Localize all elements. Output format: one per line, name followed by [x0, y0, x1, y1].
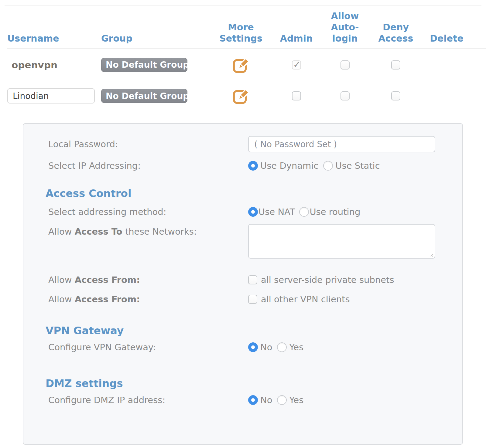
autologin-cell — [321, 60, 368, 70]
access-from-clients-row: Allow Access From: all other VPN clients — [48, 294, 435, 305]
access-from-label: Allow Access From: — [48, 275, 248, 285]
resize-handle-icon[interactable] — [429, 252, 434, 257]
local-password-input[interactable] — [248, 136, 435, 152]
deny-cell — [368, 60, 423, 70]
use-dynamic-radio[interactable] — [248, 161, 258, 171]
vpn-gateway-yes-label: Yes — [289, 342, 303, 352]
dmz-yes-radio[interactable] — [277, 395, 287, 405]
access-control-heading: Access Control — [46, 186, 435, 200]
header-username: Username — [7, 33, 101, 48]
group-cell: No Default Group — [101, 58, 210, 72]
username-cell — [7, 88, 101, 104]
use-routing-radio[interactable] — [299, 207, 309, 217]
dmz-no-radio[interactable] — [248, 395, 258, 405]
admin-cell — [271, 60, 321, 70]
autologin-checkbox[interactable] — [341, 60, 350, 70]
edit-settings-button[interactable] — [231, 56, 250, 74]
access-from-clients-option: all other VPN clients — [261, 294, 350, 304]
use-nat-radio[interactable] — [248, 207, 258, 217]
table-row: No Default Group — [7, 81, 486, 110]
new-username-input[interactable] — [7, 88, 95, 104]
configure-vpn-gateway-label: Configure VPN Gateway: — [48, 342, 248, 352]
edit-pencil-icon — [231, 87, 250, 105]
admin-checkbox — [292, 60, 301, 70]
access-from-subnets-option: all server-side private subnets — [261, 275, 394, 285]
header-more-settings: More Settings — [210, 22, 271, 48]
access-from-subnets-checkbox[interactable] — [248, 275, 257, 284]
deny-cell — [368, 91, 423, 100]
access-from-subnets-row: Allow Access From: all server-side priva… — [48, 274, 435, 285]
username-label: openvpn — [7, 59, 57, 70]
group-select-value: No Default Group — [106, 91, 189, 101]
users-table: Username Group More Settings Admin Allow… — [0, 5, 486, 110]
table-header-row: Username Group More Settings Admin Allow… — [7, 5, 486, 49]
edit-pencil-icon — [231, 56, 250, 74]
admin-cell — [271, 91, 321, 100]
access-from-clients-checkbox[interactable] — [248, 295, 257, 304]
configure-dmz-label: Configure DMZ IP address: — [48, 395, 248, 405]
header-allow-autologin: Allow Auto-login — [321, 10, 368, 48]
deny-access-checkbox[interactable] — [391, 60, 400, 70]
configure-vpn-gateway-row: Configure VPN Gateway: No Yes — [48, 342, 435, 353]
vpn-gateway-no-label: No — [260, 342, 272, 352]
user-settings-panel: Local Password: Select IP Addressing: Us… — [23, 123, 463, 445]
autologin-cell — [321, 91, 368, 100]
use-nat-label: Use NAT — [258, 207, 295, 217]
local-password-label: Local Password: — [48, 139, 248, 149]
dmz-settings-heading: DMZ settings — [46, 376, 435, 390]
addressing-method-label: Select addressing method: — [48, 207, 248, 217]
select-arrows-icon — [191, 60, 197, 70]
autologin-checkbox[interactable] — [341, 91, 350, 100]
configure-dmz-row: Configure DMZ IP address: No Yes — [48, 395, 435, 406]
addressing-method-row: Select addressing method: Use NAT Use ro… — [48, 206, 435, 217]
vpn-gateway-yes-radio[interactable] — [277, 342, 287, 352]
vpn-gateway-heading: VPN Gateway — [46, 324, 435, 338]
select-arrows-icon — [191, 91, 197, 100]
admin-checkbox[interactable] — [292, 91, 301, 100]
use-static-radio[interactable] — [323, 161, 333, 171]
ip-addressing-label: Select IP Addressing: — [48, 161, 248, 171]
group-select[interactable]: No Default Group — [101, 89, 187, 103]
more-settings-cell — [210, 87, 271, 105]
access-to-networks-row: Allow Access To these Networks: — [48, 224, 435, 259]
header-admin: Admin — [271, 33, 321, 48]
use-dynamic-label: Use Dynamic — [260, 161, 318, 171]
dmz-no-label: No — [260, 395, 272, 405]
access-to-label: Allow Access To these Networks: — [48, 226, 248, 237]
dmz-yes-label: Yes — [289, 395, 303, 405]
ip-addressing-row: Select IP Addressing: Use Dynamic Use St… — [48, 160, 435, 171]
access-from-label: Allow Access From: — [48, 294, 248, 304]
use-routing-label: Use routing — [310, 207, 360, 217]
access-to-networks-textarea[interactable] — [248, 224, 435, 259]
vpn-gateway-no-radio[interactable] — [248, 342, 258, 352]
use-static-label: Use Static — [335, 161, 380, 171]
header-group: Group — [101, 33, 210, 48]
table-row: openvpn No Default Group — [7, 49, 486, 81]
edit-settings-button[interactable] — [231, 87, 250, 105]
deny-access-checkbox[interactable] — [391, 91, 400, 100]
header-deny-access: Deny Access — [368, 22, 423, 48]
group-select-value: No Default Group — [106, 60, 189, 70]
group-select[interactable]: No Default Group — [101, 58, 187, 72]
username-openvpn: openvpn — [7, 59, 101, 70]
header-delete: Delete — [423, 33, 470, 48]
local-password-row: Local Password: — [48, 136, 435, 152]
group-cell: No Default Group — [101, 89, 210, 103]
more-settings-cell — [210, 56, 271, 74]
